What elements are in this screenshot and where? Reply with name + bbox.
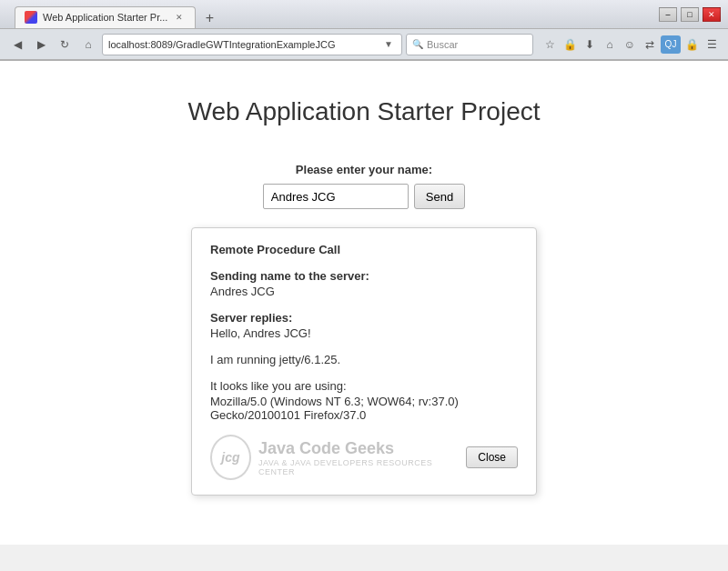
dialog-footer: jcg Java Code Geeks JAVA & JAVA DEVELOPE… xyxy=(210,435,518,480)
window-close-button[interactable]: ✕ xyxy=(703,7,721,22)
jcg-watermark: jcg Java Code Geeks JAVA & JAVA DEVELOPE… xyxy=(210,435,448,480)
dialog-title: Remote Procedure Call xyxy=(210,243,518,256)
search-box[interactable]: 🔍 Buscar xyxy=(406,34,533,55)
form-section: Please enter your name: Send xyxy=(263,163,465,209)
user-agent-line1: Mozilla/5.0 (Windows NT 6.3; WOW64; rv:3… xyxy=(210,395,518,408)
search-placeholder: Buscar xyxy=(427,39,527,50)
tab-close-button[interactable]: ✕ xyxy=(173,11,186,24)
url-text: localhost:8089/GradleGWTIntegrationExamp… xyxy=(108,39,381,50)
user-agent-line2: Gecko/20100101 Firefox/37.0 xyxy=(210,408,518,422)
tab-title: Web Application Starter Pr... xyxy=(43,12,167,23)
menu-icon[interactable]: ☰ xyxy=(703,35,721,54)
maximize-button[interactable]: □ xyxy=(681,7,699,22)
hello-text: Hello, Andres JCG! xyxy=(210,326,518,340)
jetty-text: I am running jetty/6.1.25. xyxy=(210,353,518,366)
user-icon[interactable]: QJ xyxy=(661,35,681,54)
back-button[interactable]: ◀ xyxy=(7,35,27,55)
form-row: Send xyxy=(263,184,465,209)
jcg-subtitle: JAVA & JAVA DEVELOPERS RESOURCES CENTER xyxy=(258,458,448,476)
sending-value: Andres JCG xyxy=(210,285,518,298)
lock2-icon[interactable]: 🔒 xyxy=(682,35,701,54)
looks-like-label: It looks like you are using: xyxy=(210,379,518,393)
form-label: Please enter your name: xyxy=(296,163,432,176)
bookmark-icon[interactable]: ☆ xyxy=(541,35,559,54)
send-button[interactable]: Send xyxy=(414,184,465,209)
download-icon[interactable]: ⬇ xyxy=(581,35,599,54)
lock-icon[interactable]: 🔒 xyxy=(561,35,579,54)
address-bar: ◀ ▶ ↻ ⌂ localhost:8089/GradleGWTIntegrat… xyxy=(0,29,728,60)
tab-bar: Web Application Starter Pr... ✕ + xyxy=(7,1,659,28)
face-icon[interactable]: ☺ xyxy=(621,35,639,54)
window-controls: – □ ✕ xyxy=(659,7,721,22)
url-box[interactable]: localhost:8089/GradleGWTIntegrationExamp… xyxy=(102,34,402,55)
server-replies-label: Server replies: xyxy=(210,311,518,325)
minimize-button[interactable]: – xyxy=(659,7,677,22)
forward-button[interactable]: ▶ xyxy=(31,35,51,55)
jcg-name: Java Code Geeks xyxy=(258,439,448,458)
home-button[interactable]: ⌂ xyxy=(78,35,98,55)
page-title: Web Application Starter Project xyxy=(187,97,540,126)
tab-favicon xyxy=(25,11,37,24)
refresh-button[interactable]: ↻ xyxy=(55,35,75,55)
toolbar-icons: ☆ 🔒 ⬇ ⌂ ☺ ⇄ QJ 🔒 ☰ xyxy=(541,35,721,54)
url-icons: ▼ xyxy=(381,37,396,52)
browser-chrome: Web Application Starter Pr... ✕ + – □ ✕ … xyxy=(0,0,728,61)
url-dropdown-icon[interactable]: ▼ xyxy=(381,37,396,52)
page-content: Web Application Starter Project Please e… xyxy=(0,61,728,545)
jcg-logo-circle: jcg xyxy=(210,435,251,480)
home-icon[interactable]: ⌂ xyxy=(601,35,619,54)
sending-label: Sending name to the server: xyxy=(210,269,518,283)
active-tab[interactable]: Web Application Starter Pr... ✕ xyxy=(15,6,196,28)
close-dialog-button[interactable]: Close xyxy=(466,446,518,468)
search-icon: 🔍 xyxy=(412,39,423,49)
rpc-dialog: Remote Procedure Call Sending name to th… xyxy=(191,227,537,496)
name-input[interactable] xyxy=(263,184,409,209)
shuffle-icon[interactable]: ⇄ xyxy=(641,35,659,54)
new-tab-button[interactable]: + xyxy=(199,8,219,28)
title-bar: Web Application Starter Pr... ✕ + – □ ✕ xyxy=(0,0,728,29)
jcg-text-block: Java Code Geeks JAVA & JAVA DEVELOPERS R… xyxy=(258,439,448,476)
